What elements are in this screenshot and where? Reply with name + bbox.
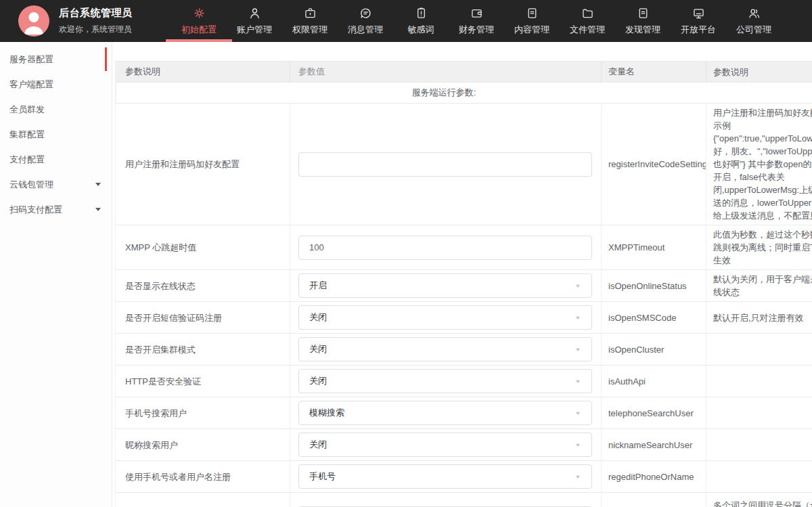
param-select-regeditPhoneOrName[interactable]: 手机号▼ [298, 464, 592, 489]
param-description: 默认为关闭，用于客户端是否显示在线状态 [706, 270, 812, 301]
user-icon [248, 6, 262, 20]
desc-line: 给上级发送消息，不配置则不发送 [713, 209, 812, 222]
monitor-icon [692, 6, 706, 20]
app-title: 后台系统管理员 [59, 7, 133, 20]
wallet-icon [470, 6, 484, 20]
chevron-down-icon: ▼ [574, 410, 581, 416]
message-icon [359, 6, 373, 20]
desc-line: {"open":true,"upperToLowerMsg":"你 [713, 132, 812, 145]
variable-name: isOpenSMSCode [602, 302, 706, 333]
variable-name: isAuthApi [602, 366, 706, 397]
nav-item-label: 财务管理 [459, 24, 494, 36]
sidebar-item-cloud-wallet-mgmt[interactable]: 云钱包管理 [0, 172, 112, 197]
config-table: 参数说明 参数值 变量名 参数说明 服务端运行参数: 用户注册和注册码加好友配置… [115, 61, 812, 507]
briefcase-icon [303, 6, 317, 20]
param-select-isOpenCluster[interactable]: 关闭▼ [298, 337, 592, 361]
nav-item-company-mgmt[interactable]: 公司管理 [726, 0, 782, 42]
config-row-nicknameSearchUser: 昵称搜索用户关闭▼nicknameSearchUser [116, 429, 812, 461]
sidebar-item-payment-config[interactable]: 支付配置 [0, 147, 112, 172]
col-header-variable-name: 变量名 [602, 62, 706, 82]
select-value: 开启 [309, 280, 327, 292]
param-description [706, 429, 812, 460]
desc-line: 多个词之间用逗号分隔（全半角均 [713, 499, 812, 507]
sidebar-item-cluster-config[interactable]: 集群配置 [0, 122, 112, 147]
nav-item-initial-config[interactable]: 初始配置 [171, 0, 227, 42]
sidebar-item-server-config[interactable]: 服务器配置 [0, 47, 112, 72]
variable-name: XMPPTimeout [602, 225, 706, 269]
param-input-registerInviteCodeSetting[interactable] [298, 152, 592, 177]
sidebar-item-label: 客户端配置 [9, 79, 53, 91]
desc-line: 生效 [713, 254, 731, 267]
nav-item-permission-mgmt[interactable]: 权限管理 [282, 0, 338, 42]
sidebar-item-label: 云钱包管理 [9, 179, 53, 191]
sidebar-item-client-config[interactable]: 客户端配置 [0, 72, 112, 97]
nav-item-label: 开放平台 [681, 24, 716, 36]
config-row-registerInviteCodeSetting: 用户注册和注册码加好友配置registerInviteCodeSetting用户… [116, 104, 812, 225]
param-select-telephoneSearchUser[interactable]: 模糊搜索▼ [298, 401, 592, 425]
select-value: 关闭 [309, 311, 327, 324]
param-value-cell: 关闭▼ [290, 429, 602, 460]
sidebar-item-label: 全员群发 [9, 104, 45, 116]
sidebar: 服务器配置客户端配置全员群发集群配置支付配置云钱包管理扫码支付配置 [0, 42, 112, 507]
sidebar-item-scan-pay-config[interactable]: 扫码支付配置 [0, 197, 112, 222]
desc-line: 开启，false代表关 [713, 171, 784, 183]
desc-line: 用户注册和注册码加好友配置 [713, 106, 812, 119]
chevron-down-icon: ▼ [574, 283, 581, 288]
sidebar-item-label: 扫码支付配置 [9, 204, 62, 216]
nav-item-account-mgmt[interactable]: 账户管理 [227, 0, 282, 42]
nav-item-label: 文件管理 [570, 24, 605, 36]
param-label: 是否开启集群模式 [116, 334, 290, 365]
desc-line: 此值为秒数，超过这个秒数未收到心 [713, 228, 812, 241]
chevron-down-icon: ▼ [574, 315, 581, 320]
nav-item-label: 发现管理 [625, 24, 660, 36]
sidebar-item-label: 支付配置 [9, 154, 45, 166]
desc-line: 默认开启,只对注册有效 [713, 311, 804, 324]
param-value-cell: 关闭▼ [290, 366, 602, 397]
chevron-down-icon: ▼ [574, 378, 581, 384]
chevron-down-icon: ▼ [574, 442, 581, 447]
param-description: 多个词之间用逗号分隔（全半角均可）。用于判别用户注册或修改昵 [706, 493, 812, 507]
nav-item-sensitive-words[interactable]: 敏感词 [393, 0, 449, 42]
nav-item-label: 初始配置 [181, 24, 217, 36]
welcome-text: 欢迎你，系统管理员 [59, 24, 133, 35]
nav-item-content-mgmt[interactable]: 内容管理 [504, 0, 560, 42]
avatar[interactable] [18, 5, 49, 37]
param-description [706, 366, 812, 397]
section-title-row: 服务端运行参数: [116, 83, 812, 104]
param-input-XMPPTimeout[interactable] [298, 236, 592, 260]
users-icon [747, 6, 761, 20]
param-select-nicknameSearchUser[interactable]: 关闭▼ [298, 433, 592, 457]
param-select-isOpenSMSCode[interactable]: 关闭▼ [298, 305, 592, 330]
param-label: HTTP是否安全验证 [116, 366, 290, 397]
nav-item-label: 敏感词 [408, 24, 434, 36]
variable-name: isOpenCluster [602, 334, 706, 365]
param-label: 用户注册和注册码加好友配置 [116, 104, 290, 225]
desc-line: 示例 [713, 119, 731, 132]
col-header-param-desc-2: 参数说明 [706, 62, 812, 82]
sidebar-item-label: 服务器配置 [9, 53, 53, 66]
nav-item-label: 账户管理 [237, 24, 272, 36]
nav-item-label: 权限管理 [292, 24, 328, 36]
desc-line: 线状态 [713, 286, 740, 299]
param-description: 用户注册和注册码加好友配置示例{"open":true,"upperToLowe… [706, 104, 812, 225]
param-select-isOpenOnlineStatus[interactable]: 开启▼ [298, 273, 592, 298]
nav-item-finance-mgmt[interactable]: 财务管理 [449, 0, 504, 42]
chevron-down-icon: ▼ [574, 474, 581, 479]
nav-item-message-mgmt[interactable]: 消息管理 [338, 0, 393, 42]
variable-name: nicknameNotword [602, 493, 706, 507]
col-header-param-value: 参数值 [290, 62, 602, 82]
nav-item-open-platform[interactable]: 开放平台 [671, 0, 726, 42]
chevron-down-icon: ▼ [574, 347, 581, 352]
nav-item-discover-mgmt[interactable]: 发现管理 [615, 0, 671, 42]
param-description [706, 461, 812, 492]
param-value-cell: 开启▼ [290, 270, 602, 301]
sidebar-item-mass-message[interactable]: 全员群发 [0, 97, 112, 122]
nav-item-file-mgmt[interactable]: 文件管理 [560, 0, 615, 42]
user-block: 后台系统管理员 欢迎你，系统管理员 [18, 5, 162, 37]
nav-item-label: 消息管理 [348, 24, 383, 36]
param-select-isAuthApi[interactable]: 关闭▼ [298, 369, 592, 393]
param-value-cell [290, 104, 602, 225]
param-label: 是否开启短信验证码注册 [116, 302, 290, 333]
config-row-nicknameNotword: 用户昵称禁词nicknameNotword多个词之间用逗号分隔（全半角均可）。用… [116, 493, 812, 507]
param-label: XMPP 心跳超时值 [116, 225, 290, 269]
